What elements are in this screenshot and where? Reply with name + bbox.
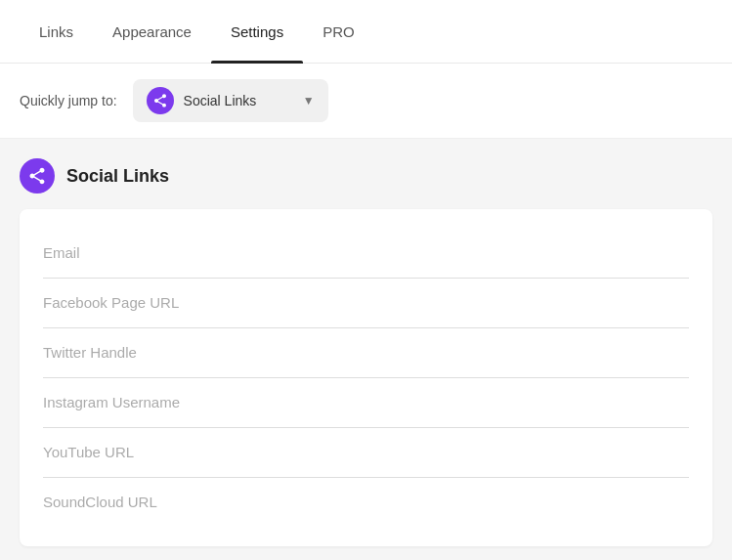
- section-icon-wrapper: [20, 158, 55, 194]
- tab-navigation: Links Appearance Settings PRO: [0, 0, 732, 64]
- jump-to-select[interactable]: Social Links ▼: [133, 79, 328, 122]
- tab-links[interactable]: Links: [20, 0, 93, 64]
- social-links-section: Social Links: [0, 139, 732, 546]
- jump-to-icon-wrapper: [147, 87, 174, 114]
- instagram-field-wrapper: [43, 378, 689, 428]
- section-header: Social Links: [20, 158, 712, 194]
- facebook-field-wrapper: [43, 279, 689, 328]
- email-input[interactable]: [43, 244, 689, 261]
- soundcloud-field-wrapper: [43, 478, 689, 527]
- main-container: Links Appearance Settings PRO Quickly ju…: [0, 0, 732, 560]
- soundcloud-input[interactable]: [43, 494, 689, 510]
- content-area: Quickly jump to: Social Links ▼: [0, 64, 732, 560]
- tab-settings[interactable]: Settings: [211, 0, 303, 64]
- youtube-input[interactable]: [43, 444, 689, 460]
- jump-to-bar: Quickly jump to: Social Links ▼: [0, 64, 732, 139]
- social-links-icon-small: [152, 93, 168, 108]
- scrollable-content[interactable]: Social Links: [0, 139, 732, 560]
- social-links-icon-large: [27, 166, 47, 186]
- facebook-input[interactable]: [43, 294, 689, 311]
- section-title: Social Links: [66, 166, 169, 187]
- youtube-field-wrapper: [43, 428, 689, 478]
- instagram-input[interactable]: [43, 394, 689, 410]
- tab-pro[interactable]: PRO: [303, 0, 374, 64]
- tab-appearance[interactable]: Appearance: [93, 0, 211, 64]
- jump-to-label: Quickly jump to:: [20, 93, 117, 108]
- jump-to-selected-text: Social Links: [184, 93, 293, 108]
- jump-to-chevron-icon: ▼: [303, 94, 315, 108]
- email-field-wrapper: [43, 229, 689, 279]
- form-card: [20, 209, 712, 546]
- twitter-field-wrapper: [43, 328, 689, 378]
- twitter-input[interactable]: [43, 344, 689, 361]
